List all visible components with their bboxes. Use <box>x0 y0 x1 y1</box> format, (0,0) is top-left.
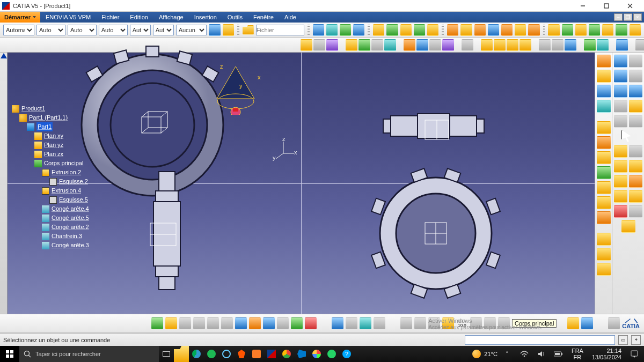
tool-icon-a3[interactable] <box>340 24 351 36</box>
ftool-1b[interactable] <box>629 55 642 68</box>
ftool-3a[interactable] <box>614 85 627 98</box>
hide-show-icon[interactable] <box>277 317 289 329</box>
rtool-b4[interactable] <box>597 166 611 179</box>
normal-view-icon[interactable] <box>235 317 247 329</box>
app-icon-1[interactable] <box>219 346 234 362</box>
ftool-8b[interactable] <box>629 160 642 173</box>
tool2-b1[interactable] <box>346 39 357 51</box>
rtool-b2[interactable] <box>597 136 611 149</box>
btool-17[interactable] <box>400 317 412 329</box>
toolbar-grip-3[interactable] <box>368 25 370 35</box>
ftool-3b[interactable] <box>629 85 642 98</box>
toolbar-grip-5[interactable] <box>543 25 545 35</box>
menu-fenetre[interactable]: Fenêtre <box>248 12 279 23</box>
ftool-5b[interactable] <box>629 115 642 128</box>
ftool-12a[interactable] <box>621 220 635 233</box>
btool-16[interactable] <box>374 317 385 329</box>
mdi-minimize-button[interactable]: – <box>614 13 623 21</box>
tool2-a2[interactable] <box>313 39 325 51</box>
camera-icon[interactable] <box>608 317 620 329</box>
tool-icon-a2[interactable] <box>326 24 338 36</box>
chrome-icon[interactable] <box>279 346 294 362</box>
compass-icon[interactable] <box>206 61 265 115</box>
rtool-c1[interactable] <box>597 233 611 246</box>
btool-14[interactable] <box>346 317 357 329</box>
tool2-b2[interactable] <box>358 39 370 51</box>
btool-12[interactable] <box>305 317 317 329</box>
tree-feat-5[interactable]: Congé arête.5 <box>12 213 89 223</box>
help-arrow-icon[interactable] <box>353 24 364 36</box>
horizontal-splitter[interactable] <box>8 183 595 184</box>
rtool-a3[interactable] <box>597 85 611 98</box>
explorer-icon[interactable] <box>174 346 189 362</box>
ftool-10b[interactable] <box>629 190 642 203</box>
tree-plane-yz[interactable]: Plan yz <box>12 141 89 150</box>
select-auto-1[interactable]: Automa <box>3 25 34 35</box>
open-folder-icon[interactable] <box>243 25 254 35</box>
rotate-icon[interactable] <box>193 317 205 329</box>
ftool-2a[interactable] <box>614 70 627 83</box>
mdi-restore-button[interactable]: ❐ <box>624 13 632 21</box>
ftool-9b[interactable] <box>629 175 642 188</box>
tool-icon-d6[interactable] <box>616 24 627 36</box>
rtool-b7[interactable] <box>597 211 611 224</box>
zoom-in-icon[interactable] <box>207 317 219 329</box>
spec-tree[interactable]: Product1 Part1 (Part1.1) Part1 Plan xy P… <box>12 104 89 250</box>
taskbar-search[interactable]: Taper ici pour rechercher <box>19 346 159 362</box>
tool-icon-c4[interactable] <box>488 24 499 36</box>
ftool-1a[interactable] <box>614 55 627 68</box>
ftool-4b[interactable] <box>629 100 642 113</box>
maximize-button[interactable] <box>595 0 618 12</box>
ftool-9a[interactable] <box>614 175 627 188</box>
select-auto-3[interactable]: Auto <box>68 25 97 35</box>
tool2-h1[interactable] <box>616 39 628 51</box>
gear-icon[interactable] <box>629 205 642 218</box>
btool-11[interactable] <box>291 317 303 329</box>
btool-mail2[interactable] <box>581 317 593 329</box>
tool2-a3[interactable] <box>326 39 338 51</box>
tree-body[interactable]: Corps principal <box>12 159 89 168</box>
tree-feat-8[interactable]: Congé arête.3 <box>12 241 89 250</box>
tool-icon-b3[interactable] <box>400 24 412 36</box>
viewport-area[interactable]: z x y z x y <box>8 53 595 314</box>
tool-icon-c7[interactable] <box>528 24 539 36</box>
rtool-b1[interactable] <box>597 121 611 134</box>
tool-icon-d4[interactable] <box>589 24 600 36</box>
status-btn-1[interactable]: ▭ <box>618 335 628 345</box>
menu-start[interactable]: Démarrer <box>0 12 40 23</box>
wifi-icon[interactable] <box>517 346 532 362</box>
tree-feat-0[interactable]: Extrusion.2 <box>12 168 89 177</box>
app-icon-2[interactable] <box>309 346 324 362</box>
select-auto-5[interactable]: Aut <box>130 25 151 35</box>
tool2-f3[interactable] <box>565 39 576 51</box>
tool2-f2[interactable] <box>552 39 564 51</box>
tool-icon-c3[interactable] <box>474 24 486 36</box>
rtool-b6[interactable] <box>597 196 611 209</box>
btool-18[interactable] <box>414 317 426 329</box>
tool-icon-b4[interactable] <box>414 24 425 36</box>
file-input[interactable] <box>256 25 304 35</box>
tool-icon-a1[interactable] <box>313 24 324 36</box>
minimize-button[interactable] <box>571 0 595 12</box>
btool-13[interactable] <box>332 317 343 329</box>
weather-widget[interactable]: 21°C <box>472 350 497 358</box>
ftool-2b[interactable] <box>629 70 642 83</box>
ftool-7a[interactable] <box>614 145 627 158</box>
ftool-11a[interactable] <box>614 205 627 218</box>
menu-fichier[interactable]: Fichier <box>96 12 125 23</box>
view-mode-icon[interactable] <box>249 317 261 329</box>
tree-feat-1[interactable]: Esquisse.2 <box>12 177 89 186</box>
whatsapp-icon[interactable] <box>324 346 339 362</box>
help-icon[interactable]: ? <box>339 346 354 362</box>
btool-mail1[interactable] <box>567 317 579 329</box>
catia-taskbar-icon[interactable] <box>264 346 279 362</box>
select-auto-6[interactable]: Aut <box>153 25 174 35</box>
rtool-a1[interactable] <box>597 55 611 68</box>
xampp-icon[interactable] <box>249 346 264 362</box>
tool2-b3[interactable] <box>371 39 383 51</box>
tool-icon-d2[interactable] <box>562 24 573 36</box>
tool-icon-b2[interactable] <box>386 24 398 36</box>
tool2-e1[interactable] <box>481 39 493 51</box>
menu-aide[interactable]: Aide <box>279 12 302 23</box>
toolbar-grip[interactable] <box>237 25 239 35</box>
